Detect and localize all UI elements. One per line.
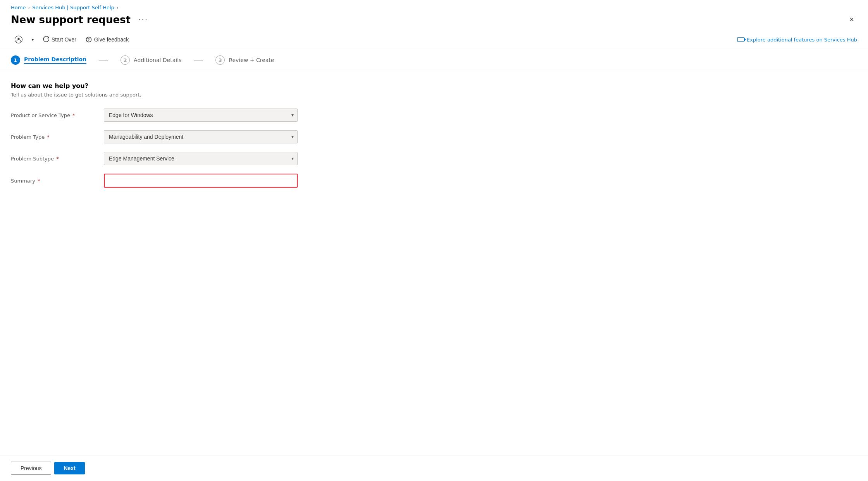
user-dropdown-button[interactable]: ▾ bbox=[28, 35, 38, 44]
summary-input[interactable] bbox=[104, 174, 298, 188]
svg-point-2 bbox=[88, 40, 89, 41]
step-2[interactable]: 2 Additional Details bbox=[121, 55, 181, 65]
user-svg bbox=[16, 37, 21, 42]
summary-control bbox=[104, 174, 298, 188]
explore-features-link[interactable]: Explore additional features on Services … bbox=[737, 37, 857, 43]
problem-type-row: Problem Type * Manageability and Deploym… bbox=[11, 130, 857, 143]
user-profile-button[interactable] bbox=[11, 33, 26, 46]
breadcrumb-sep-1: › bbox=[28, 5, 30, 10]
breadcrumb-home[interactable]: Home bbox=[11, 5, 26, 10]
step-3[interactable]: 3 Review + Create bbox=[215, 55, 274, 65]
explore-label: Explore additional features on Services … bbox=[747, 37, 857, 43]
feedback-svg bbox=[86, 36, 92, 43]
breadcrumb-sep-2: › bbox=[117, 5, 119, 10]
required-star-subtype: * bbox=[55, 156, 59, 162]
problem-subtype-label: Problem Subtype * bbox=[11, 156, 104, 162]
step-1[interactable]: 1 Problem Description bbox=[11, 55, 86, 65]
previous-button[interactable]: Previous bbox=[11, 462, 51, 475]
next-button[interactable]: Next bbox=[54, 462, 84, 474]
refresh-svg bbox=[43, 36, 49, 43]
start-over-button[interactable]: Start Over bbox=[39, 34, 80, 45]
step-divider-2 bbox=[194, 60, 203, 60]
footer: Previous Next bbox=[0, 455, 868, 481]
toolbar-left: ▾ Start Over Give feedback bbox=[11, 33, 737, 46]
feedback-icon bbox=[86, 36, 92, 43]
close-button[interactable]: × bbox=[846, 14, 857, 26]
give-feedback-label: Give feedback bbox=[94, 36, 129, 43]
problem-subtype-control: Edge Management Service ▾ bbox=[104, 152, 298, 165]
step-1-circle: 1 bbox=[11, 55, 20, 65]
annotation-arrow bbox=[834, 121, 868, 167]
problem-subtype-row: Problem Subtype * Edge Management Servic… bbox=[11, 152, 857, 165]
user-icon bbox=[15, 36, 22, 43]
product-service-control: Edge for Windows ▾ bbox=[104, 109, 298, 122]
problem-type-control: Manageability and Deployment ▾ bbox=[104, 130, 298, 143]
give-feedback-button[interactable]: Give feedback bbox=[82, 34, 133, 45]
section-title: How can we help you? bbox=[11, 82, 857, 90]
step-divider-1 bbox=[99, 60, 108, 60]
step-2-label: Additional Details bbox=[134, 57, 181, 63]
product-service-label: Product or Service Type * bbox=[11, 112, 104, 118]
breadcrumb-services-hub[interactable]: Services Hub | Support Self Help bbox=[32, 5, 114, 10]
problem-type-select[interactable]: Manageability and Deployment bbox=[104, 130, 298, 143]
explore-icon bbox=[737, 37, 744, 42]
required-star-product: * bbox=[71, 112, 75, 118]
page-title: New support request bbox=[11, 14, 131, 26]
product-service-row: Product or Service Type * Edge for Windo… bbox=[11, 109, 857, 122]
steps-row: 1 Problem Description 2 Additional Detai… bbox=[0, 49, 868, 71]
required-star-problem-type: * bbox=[45, 134, 50, 140]
problem-subtype-select-wrapper: Edge Management Service ▾ bbox=[104, 152, 298, 165]
section-subtitle: Tell us about the issue to get solutions… bbox=[11, 92, 857, 98]
required-star-summary: * bbox=[36, 178, 40, 184]
more-options-button[interactable]: ··· bbox=[138, 15, 148, 24]
problem-type-select-wrapper: Manageability and Deployment ▾ bbox=[104, 130, 298, 143]
problem-subtype-select[interactable]: Edge Management Service bbox=[104, 152, 298, 165]
problem-type-label: Problem Type * bbox=[11, 134, 104, 140]
step-2-circle: 2 bbox=[121, 55, 130, 65]
step-1-label: Problem Description bbox=[24, 56, 86, 64]
main-content: How can we help you? Tell us about the i… bbox=[0, 71, 868, 455]
step-3-label: Review + Create bbox=[229, 57, 274, 63]
chevron-down-icon: ▾ bbox=[32, 38, 34, 42]
summary-row: Summary * bbox=[11, 174, 857, 188]
refresh-icon bbox=[43, 36, 49, 43]
product-service-select-wrapper: Edge for Windows ▾ bbox=[104, 109, 298, 122]
step-3-circle: 3 bbox=[215, 55, 225, 65]
start-over-label: Start Over bbox=[52, 36, 76, 43]
breadcrumb: Home › Services Hub | Support Self Help … bbox=[0, 0, 868, 12]
summary-label: Summary * bbox=[11, 178, 104, 184]
product-service-select[interactable]: Edge for Windows bbox=[104, 109, 298, 122]
page-title-row: New support request ··· × bbox=[0, 12, 868, 30]
toolbar: ▾ Start Over Give feedback bbox=[0, 30, 868, 49]
